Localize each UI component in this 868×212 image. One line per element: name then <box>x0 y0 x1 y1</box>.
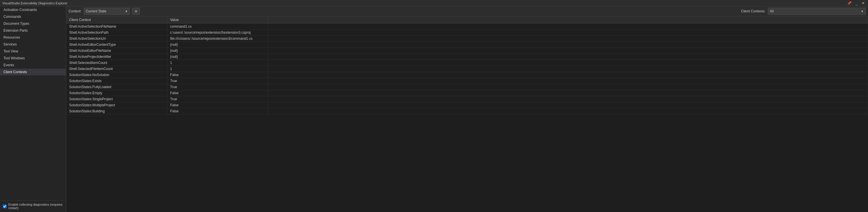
table-cell-client-context: SolutionStates:SingleProject <box>66 96 167 102</box>
table-cell-extra <box>268 84 868 90</box>
sidebar-item-text-view[interactable]: Text View <box>0 48 66 55</box>
context-label: Context: <box>68 9 82 13</box>
table-row: SolutionStates:EmptyFalse <box>66 90 868 96</box>
chevron-down-icon-right: ▼ <box>861 10 864 13</box>
table-row: SolutionStates:FullyLoadedTrue <box>66 84 868 90</box>
table-cell-value: command1.cs <box>167 24 268 30</box>
table-cell-client-context: SolutionStates:Building <box>66 108 167 114</box>
table-cell-value: {null} <box>167 42 268 48</box>
table-cell-extra <box>268 30 868 36</box>
table-header-row: Client Context Value <box>66 17 868 24</box>
table-cell-client-context: SolutionStates:Exists <box>66 78 167 84</box>
table-cell-value: True <box>167 78 268 84</box>
table-body: Shell:ActiveSelectionFileNamecommand1.cs… <box>66 24 868 114</box>
table-row: SolutionStates:ExistsTrue <box>66 78 868 84</box>
table-cell-value: True <box>167 84 268 90</box>
table-cell-extra <box>268 48 868 54</box>
table-cell-client-context: Shell:ActiveProjectIdentifier <box>66 54 167 60</box>
table-row: Shell:SelectedFileItemCount1 <box>66 66 868 72</box>
table-cell-value: False <box>167 72 268 78</box>
table-row: Shell:ActiveProjectIdentifier{null} <box>66 54 868 60</box>
table-row: SolutionStates:MultipleProjectFalse <box>66 102 868 108</box>
sidebar: Activation Constraints Commands Document… <box>0 6 66 212</box>
table-cell-client-context: Shell:SelectedItemCount <box>66 60 167 66</box>
diagnostics-checkbox[interactable] <box>3 205 7 208</box>
table-cell-extra <box>268 78 868 84</box>
client-contexts-dropdown-value: All <box>770 9 774 13</box>
table-cell-client-context: Shell:SelectedFileItemCount <box>66 66 167 72</box>
table-cell-value: 1 <box>167 66 268 72</box>
table-cell-extra <box>268 36 868 42</box>
sidebar-item-commands[interactable]: Commands <box>0 13 66 20</box>
table-cell-value: False <box>167 90 268 96</box>
sidebar-item-services[interactable]: Services <box>0 41 66 48</box>
filter-button[interactable]: ≡ <box>132 8 140 15</box>
sidebar-item-tool-windows[interactable]: Tool Windows <box>0 55 66 62</box>
table-row: Shell:ActiveSelectionUrifile:///c/users/… <box>66 36 868 42</box>
table-cell-extra <box>268 108 868 114</box>
table-cell-extra <box>268 96 868 102</box>
table-row: SolutionStates:SingleProjectTrue <box>66 96 868 102</box>
table-cell-value: file:///c/users/ /source/repos/extension… <box>167 36 268 42</box>
window-controls: 📌 _ ✕ <box>846 1 866 5</box>
sidebar-item-events[interactable]: Events <box>0 62 66 68</box>
table-cell-client-context: SolutionStates:NoSolution <box>66 72 167 78</box>
table-cell-extra <box>268 102 868 108</box>
sidebar-item-client-contexts[interactable]: Client Contexts <box>0 68 66 75</box>
pin-button[interactable]: 📌 <box>846 1 853 5</box>
toolbar-right: Client Contexts: All ▼ <box>741 8 866 15</box>
client-contexts-label: Client Contexts: <box>741 9 766 13</box>
table-row: Shell:ActiveEditorContentType{null} <box>66 42 868 48</box>
table-cell-extra <box>268 42 868 48</box>
sidebar-footer: Enable collecting diagnostics (requires … <box>0 200 66 212</box>
table-cell-value: c:\users\ \source\repos\extension3\exten… <box>167 30 268 36</box>
sidebar-item-resources[interactable]: Resources <box>0 34 66 41</box>
table-cell-client-context: Shell:ActiveEditorContentType <box>66 42 167 48</box>
table-cell-extra <box>268 66 868 72</box>
table-row: Shell:ActiveSelectionPathc:\users\ \sour… <box>66 30 868 36</box>
table-cell-extra <box>268 90 868 96</box>
column-header-client-context: Client Context <box>66 17 167 24</box>
column-header-extra <box>268 17 868 24</box>
table-container: Client Context Value Shell:ActiveSelecti… <box>66 17 868 212</box>
chevron-down-icon: ▼ <box>125 10 128 13</box>
app-container: Activation Constraints Commands Document… <box>0 6 868 212</box>
table-cell-client-context: Shell:ActiveEditorFileName <box>66 48 167 54</box>
column-header-value: Value <box>167 17 268 24</box>
table-cell-client-context: Shell:ActiveSelectionUri <box>66 36 167 42</box>
table-cell-client-context: Shell:ActiveSelectionPath <box>66 30 167 36</box>
table-row: Shell:SelectedItemCount1 <box>66 60 868 66</box>
context-dropdown[interactable]: Current State ▼ <box>84 8 130 15</box>
table-cell-extra <box>268 54 868 60</box>
minimize-button[interactable]: _ <box>855 1 859 5</box>
table-cell-extra <box>268 60 868 66</box>
table-cell-client-context: SolutionStates:MultipleProject <box>66 102 167 108</box>
table-cell-value: False <box>167 102 268 108</box>
toolbar-left: Context: Current State ▼ ≡ <box>68 8 739 15</box>
table-row: Shell:ActiveSelectionFileNamecommand1.cs <box>66 24 868 30</box>
close-button[interactable]: ✕ <box>861 1 866 5</box>
table-row: SolutionStates:BuildingFalse <box>66 108 868 114</box>
sidebar-item-activation-constraints[interactable]: Activation Constraints <box>0 6 66 13</box>
diagnostics-label: Enable collecting diagnostics (requires … <box>8 203 63 210</box>
table-cell-client-context: SolutionStates:FullyLoaded <box>66 84 167 90</box>
sidebar-item-document-types[interactable]: Document Types <box>0 20 66 27</box>
sidebar-item-extension-parts[interactable]: Extension Parts <box>0 27 66 34</box>
main-content: Context: Current State ▼ ≡ Client Contex… <box>66 6 868 212</box>
context-dropdown-value: Current State <box>86 9 106 13</box>
titlebar: VisualStudio.Extensibility Diagnostics E… <box>0 0 868 6</box>
data-table: Client Context Value Shell:ActiveSelecti… <box>66 17 868 114</box>
table-row: SolutionStates:NoSolutionFalse <box>66 72 868 78</box>
table-cell-client-context: Shell:ActiveSelectionFileName <box>66 24 167 30</box>
table-cell-value: True <box>167 96 268 102</box>
client-contexts-dropdown[interactable]: All ▼ <box>768 8 866 15</box>
toolbar: Context: Current State ▼ ≡ Client Contex… <box>66 6 868 17</box>
table-row: Shell:ActiveEditorFileName{null} <box>66 48 868 54</box>
table-cell-value: 1 <box>167 60 268 66</box>
table-cell-value: {null} <box>167 48 268 54</box>
table-cell-value: {null} <box>167 54 268 60</box>
table-cell-extra <box>268 24 868 30</box>
table-cell-extra <box>268 72 868 78</box>
table-cell-value: False <box>167 108 268 114</box>
table-cell-client-context: SolutionStates:Empty <box>66 90 167 96</box>
